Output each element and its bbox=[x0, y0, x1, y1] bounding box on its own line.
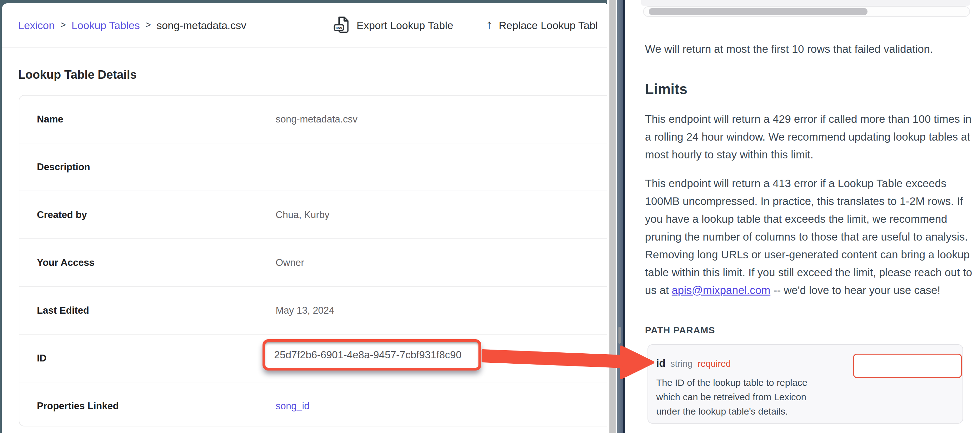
breadcrumb-separator-icon: > bbox=[55, 19, 72, 30]
path-param-card: id string required The ID of the lookup … bbox=[648, 344, 963, 423]
param-name: id bbox=[656, 357, 665, 369]
table-row-description: Description bbox=[19, 143, 607, 191]
param-header: id string required bbox=[656, 357, 731, 369]
param-id-input[interactable] bbox=[853, 353, 962, 378]
row-label: Your Access bbox=[19, 257, 259, 268]
limits-heading: Limits bbox=[645, 81, 687, 97]
row-value: Owner bbox=[275, 257, 304, 268]
split-divider bbox=[617, 0, 623, 433]
row-label: ID bbox=[19, 353, 259, 364]
breadcrumb-lexicon[interactable]: Lexicon bbox=[18, 19, 55, 32]
docs-table-bottom-sliver bbox=[641, 0, 970, 6]
param-required-badge: required bbox=[697, 359, 730, 369]
export-button-label: Export Lookup Table bbox=[356, 19, 453, 32]
limits-paragraph-2-text: This endpoint will return a 413 error if… bbox=[645, 177, 972, 296]
param-type: string bbox=[670, 359, 692, 369]
table-row-name: Name song-metadata.csv bbox=[19, 96, 607, 143]
table-row-properties-linked: Properties Linked song_id bbox=[19, 382, 607, 430]
breadcrumb: Lexicon > Lookup Tables > song-metadata.… bbox=[18, 3, 246, 48]
lookup-table-details-card: Name song-metadata.csv Description Creat… bbox=[19, 95, 607, 427]
param-description: The ID of the lookup table to replace wh… bbox=[656, 376, 808, 419]
breadcrumb-lookup-tables[interactable]: Lookup Tables bbox=[72, 19, 140, 32]
param-description-line: under the lookup table's details. bbox=[656, 404, 808, 419]
lookup-table-id-value: 25d7f2b6-6901-4e8a-9457-7cbf931f8c90 bbox=[265, 349, 461, 361]
split-divider-edge bbox=[623, 0, 625, 433]
row-label: Last Edited bbox=[19, 305, 259, 316]
row-label: Description bbox=[19, 161, 259, 173]
replace-lookup-table-button[interactable]: ↑ Replace Lookup Tabl bbox=[486, 3, 598, 48]
table-row-created-by: Created by Chua, Kurby bbox=[19, 191, 607, 238]
table-row-last-edited: Last Edited May 13, 2024 bbox=[19, 286, 607, 334]
csv-file-icon: csv bbox=[333, 16, 350, 35]
row-value: Chua, Kurby bbox=[275, 209, 329, 221]
export-lookup-table-button[interactable]: csv Export Lookup Table bbox=[333, 3, 453, 48]
screenshot-canvas: Lexicon > Lookup Tables > song-metadata.… bbox=[0, 0, 980, 433]
divider-scroll-thumb[interactable] bbox=[619, 327, 620, 344]
page-title: Lookup Table Details bbox=[18, 68, 137, 81]
horizontal-scrollbar-thumb[interactable] bbox=[649, 8, 867, 15]
upload-arrow-icon: ↑ bbox=[486, 17, 493, 32]
row-label: Name bbox=[19, 114, 259, 125]
limits-paragraph-2: This endpoint will return a 413 error if… bbox=[645, 174, 976, 299]
limits-paragraph-2-tail: -- we'd love to hear your use case! bbox=[770, 284, 940, 296]
left-window-scrollbar[interactable] bbox=[609, 0, 616, 433]
table-row-your-access: Your Access Owner bbox=[19, 238, 607, 286]
row-label: Properties Linked bbox=[19, 401, 259, 412]
mixpanel-email-link[interactable]: apis@mixpanel.com bbox=[672, 284, 771, 296]
row-value: May 13, 2024 bbox=[275, 305, 334, 316]
breadcrumb-current-file: song-metadata.csv bbox=[157, 19, 246, 32]
row-value: song-metadata.csv bbox=[275, 114, 358, 125]
param-description-line: which can be retreived from Lexicon bbox=[656, 390, 808, 404]
limits-paragraph-1: This endpoint will return a 429 error if… bbox=[645, 110, 975, 163]
replace-button-label: Replace Lookup Tabl bbox=[499, 19, 598, 32]
id-highlight-annotation: 25d7f2b6-6901-4e8a-9457-7cbf931f8c90 bbox=[262, 339, 481, 371]
row-label: Created by bbox=[19, 209, 259, 221]
breadcrumb-separator-icon: > bbox=[140, 19, 157, 30]
lexicon-header: Lexicon > Lookup Tables > song-metadata.… bbox=[2, 3, 607, 48]
csv-icon-text: csv bbox=[335, 25, 342, 30]
docs-intro-text: We will return at most the first 10 rows… bbox=[645, 40, 975, 58]
path-params-section-label: PATH PARAMS bbox=[645, 325, 715, 336]
param-description-line: The ID of the lookup table to replace bbox=[656, 376, 808, 390]
properties-linked-link[interactable]: song_id bbox=[275, 401, 310, 412]
